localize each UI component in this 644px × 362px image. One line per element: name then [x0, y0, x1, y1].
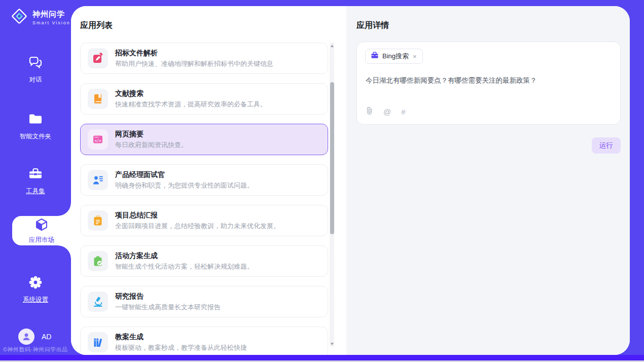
document-edit-icon: [88, 48, 108, 68]
run-button[interactable]: 运行: [592, 137, 621, 154]
tool-tag-label: Bing搜索: [382, 52, 409, 61]
app-name: 文献搜索: [115, 89, 267, 98]
microscope-icon: [88, 292, 108, 312]
app-desc: 每日政府新闻资讯快查。: [115, 140, 188, 150]
sidebar-item-label: 智能文件夹: [20, 132, 52, 141]
sidebar-item-toolset[interactable]: 工具集: [0, 166, 71, 196]
browser-code-icon: </>: [88, 129, 108, 150]
scrollbar-thumb[interactable]: [330, 82, 334, 234]
app-name: 教案生成: [115, 333, 247, 342]
tool-tag-bing-search[interactable]: Bing搜索 ×: [365, 49, 423, 64]
brand-diamond-icon: [10, 7, 28, 27]
app-card-pm-interviewer[interactable]: 产品经理面试官 明确身份和职责，为您提供专业性的面试问题。: [80, 164, 328, 196]
sidebar-item-chat[interactable]: 对话: [0, 55, 71, 84]
app-card-event-plan[interactable]: 活动方案生成 智能生成个性化活动方案，轻松解决规划难题。: [80, 245, 328, 277]
app-desc: 快速精准查找学术资源，提高研究效率的必备工具。: [115, 100, 267, 109]
user-initials: AD: [42, 333, 51, 341]
book-icon: [88, 89, 108, 109]
prompt-input[interactable]: 今日湖北有哪些新闻要点？有哪些需要关注的最新政策？: [366, 76, 612, 86]
close-icon[interactable]: ×: [412, 53, 417, 60]
clipboard-icon: [88, 210, 108, 231]
app-name: 产品经理面试官: [115, 170, 254, 179]
app-card-project-summary[interactable]: 项目总结汇报 全面回顾项目进展，总结经验教训，助力未来优化发展。: [80, 205, 328, 236]
app-card-web-summary[interactable]: </> 网页摘要 每日政府新闻资讯快查。: [80, 124, 328, 155]
toolbox-icon: [28, 166, 43, 184]
app-card-lesson-plan[interactable]: 教案生成 模板驱动，教案秒成，教学准备从此轻松快捷: [80, 327, 328, 355]
sidebar-item-smart-folder[interactable]: 智能文件夹: [0, 112, 71, 141]
app-desc: 明确身份和职责，为您提供专业性的面试问题。: [115, 181, 254, 190]
app-card-literature-search[interactable]: 文献搜索 快速精准查找学术资源，提高研究效率的必备工具。: [80, 83, 328, 115]
app-list: 招标文件解析 帮助用户快速、准确地理解和解析招标书中的关键信息 文献搜索 快速精…: [80, 43, 328, 355]
avatar: [18, 329, 34, 345]
app-list-scrollbar[interactable]: [330, 43, 334, 347]
brand-tagline: Smart Vision: [32, 20, 70, 25]
app-name: 研究报告: [115, 292, 221, 301]
sidebar-item-app-market[interactable]: 应用市场: [12, 216, 71, 245]
scroll-down-icon[interactable]: [330, 341, 334, 347]
copyright-footer: ©神州数码·神州问学出品: [3, 346, 70, 353]
brand-name: 神州问学: [32, 10, 70, 19]
sidebar-item-label: 应用市场: [29, 236, 54, 244]
sidebar-item-label: 系统设置: [23, 296, 48, 304]
cube-icon: [34, 218, 49, 234]
prompt-card: Bing搜索 × 今日湖北有哪些新闻要点？有哪些需要关注的最新政策？ @ #: [356, 42, 621, 125]
app-card-research-report[interactable]: 研究报告 一键智能生成高质量长文本研究报告: [80, 286, 328, 317]
sidebar-item-label: 工具集: [26, 187, 45, 196]
app-detail-panel: 应用详情 Bing搜索 × 今日湖北有哪些新闻要点？有哪些需要关注的最新政策？: [346, 6, 630, 355]
app-name: 网页摘要: [115, 130, 188, 139]
sidebar-item-settings[interactable]: 系统设置: [0, 275, 71, 304]
app-desc: 模板驱动，教案秒成，教学准备从此轻松快捷: [115, 343, 247, 352]
gear-icon: [28, 275, 43, 292]
chat-icon: [28, 55, 43, 72]
app-name: 项目总结汇报: [115, 211, 280, 220]
attachment-bar: @ #: [366, 106, 406, 117]
sidebar-item-label: 对话: [29, 76, 42, 84]
app-name: 活动方案生成: [115, 251, 254, 261]
app-detail-title: 应用详情: [356, 20, 389, 31]
user-account[interactable]: AD: [18, 329, 51, 345]
mention-icon[interactable]: @: [383, 107, 391, 116]
app-list-panel: 应用列表 招标文件解析 帮助用户快速、准确地理解和解析招标书中的关键信息: [71, 6, 346, 355]
books-icon: [88, 332, 108, 352]
app-desc: 全面回顾项目进展，总结经验教训，助力未来优化发展。: [115, 222, 280, 231]
folder-icon: [28, 112, 43, 129]
app-desc: 帮助用户快速、准确地理解和解析招标书中的关键信息: [115, 59, 273, 68]
interview-icon: [88, 170, 108, 190]
sidebar: 神州问学 Smart Vision 对话 智能文件夹: [0, 0, 71, 355]
app-name: 招标文件解析: [115, 49, 273, 58]
main-panel: 应用列表 招标文件解析 帮助用户快速、准确地理解和解析招标书中的关键信息: [71, 6, 630, 355]
briefcase-icon: [371, 51, 379, 61]
bottom-accent-band: [0, 355, 644, 360]
app-desc: 智能生成个性化活动方案，轻松解决规划难题。: [115, 262, 254, 271]
clipboard-check-icon: [88, 251, 108, 271]
hashtag-icon[interactable]: #: [401, 107, 405, 116]
app-desc: 一键智能生成高质量长文本研究报告: [115, 303, 221, 312]
app-list-title: 应用列表: [80, 20, 113, 31]
app-card-bid-analysis[interactable]: 招标文件解析 帮助用户快速、准确地理解和解析招标书中的关键信息: [80, 43, 328, 74]
scroll-up-icon[interactable]: [330, 43, 334, 49]
svg-text:</>: </>: [95, 138, 102, 143]
paperclip-icon[interactable]: [366, 106, 373, 117]
brand-logo: 神州问学 Smart Vision: [10, 7, 70, 27]
